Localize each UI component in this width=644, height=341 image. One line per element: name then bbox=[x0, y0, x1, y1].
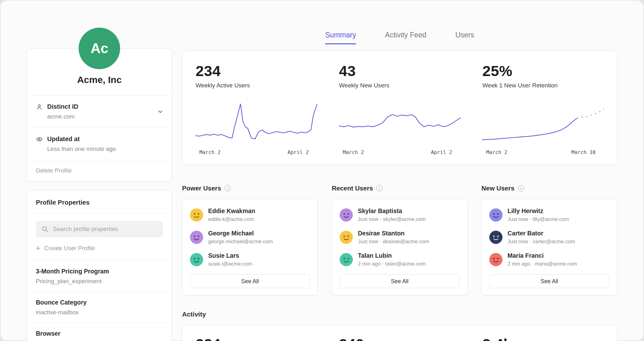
avatar bbox=[340, 208, 353, 222]
user-subtext: george.michael@acme.com bbox=[208, 239, 273, 245]
see-all-button[interactable]: See All bbox=[489, 274, 609, 288]
list-item[interactable]: Lilly Herwitz Just now · lilly@acme.com bbox=[489, 207, 609, 222]
eye-icon bbox=[36, 136, 43, 143]
distinct-id-value: acme.com bbox=[47, 113, 163, 120]
recent-users-header: Recent Users bbox=[332, 184, 468, 192]
stat-value: 234 bbox=[196, 62, 317, 80]
activity-stat-value: 234 bbox=[196, 335, 317, 341]
user-name: Lilly Herwitz bbox=[508, 207, 569, 215]
user-subtext: 2 min ago · maria@acme.com bbox=[508, 261, 577, 267]
delete-profile-button[interactable]: Delete Profile bbox=[27, 160, 172, 181]
property-row-bounce-category[interactable]: Bounce Category inactive-mailbox bbox=[27, 292, 172, 323]
person-icon bbox=[36, 103, 43, 110]
activity-stat-value: 240 bbox=[339, 335, 460, 341]
activity-stat-value: 3.4k bbox=[482, 335, 604, 341]
stat-value: 43 bbox=[339, 62, 460, 80]
property-value: Pricing_plan_experiment bbox=[36, 278, 163, 285]
user-subtext: 2 min ago · talan@acme.com bbox=[358, 261, 426, 267]
power-users-section: Power Users Eddie Kwakman eddie.k@acme.c… bbox=[182, 184, 318, 295]
distinct-id-label: Distinct ID bbox=[47, 103, 78, 110]
stat-label: Weekly New Users bbox=[339, 82, 460, 89]
stat-weekly-new-users: 43 Weekly New Users March 2 April 2 bbox=[339, 62, 460, 155]
list-item[interactable]: Talan Lubin 2 min ago · talan@acme.com bbox=[340, 252, 460, 267]
stat-label: Weekly Active Users bbox=[196, 82, 317, 89]
updated-at-row: Updated at Less than one minute ago bbox=[27, 128, 172, 160]
avatar bbox=[190, 208, 203, 222]
create-user-profile-label: Create User Profile bbox=[44, 245, 95, 252]
info-icon[interactable] bbox=[225, 185, 231, 191]
profile-sidebar: Ac Acme, Inc Distinct ID acme.com bbox=[27, 28, 172, 341]
new-users-section: New Users Lilly Herwitz Just now · lilly… bbox=[481, 184, 617, 295]
list-item[interactable]: Skylar Baptista Just now · skyler@acme.c… bbox=[340, 207, 460, 222]
user-name: George Michael bbox=[208, 230, 273, 237]
avatar bbox=[489, 231, 502, 244]
create-user-profile-button[interactable]: Create User Profile bbox=[36, 244, 163, 252]
stat-value: 25% bbox=[482, 62, 604, 80]
company-avatar-initials: Ac bbox=[91, 41, 108, 56]
avatar bbox=[190, 231, 203, 244]
main-content: Summary Activity Feed Users 234 Weekly A… bbox=[182, 31, 617, 341]
tab-summary[interactable]: Summary bbox=[325, 31, 356, 44]
property-label: 3-Month Pricing Program bbox=[36, 268, 163, 275]
app-frame: Ac Acme, Inc Distinct ID acme.com bbox=[0, 0, 644, 341]
list-item[interactable]: Desirae Stanton Just now · desirae@acme.… bbox=[340, 230, 460, 245]
weekly-new-users-chart bbox=[339, 102, 460, 146]
company-avatar: Ac bbox=[79, 28, 120, 69]
user-lists: Power Users Eddie Kwakman eddie.k@acme.c… bbox=[182, 184, 617, 295]
weekly-active-users-chart bbox=[196, 102, 317, 146]
profile-tabs: Summary Activity Feed Users bbox=[182, 31, 617, 44]
user-name: Talan Lubin bbox=[358, 252, 426, 259]
user-name: Desirae Stanton bbox=[358, 230, 429, 237]
user-subtext: Just now · desirae@acme.com bbox=[358, 239, 429, 245]
list-item[interactable]: Carter Bator Just now · carter@acme.com bbox=[489, 230, 609, 245]
stat-weekly-active-users: 234 Weekly Active Users March 2 April 2 bbox=[196, 62, 317, 155]
stat-retention: 25% Week 1 New User Retention March 2 Ma… bbox=[482, 62, 604, 155]
property-label: Browser bbox=[36, 330, 163, 337]
property-label: Bounce Category bbox=[36, 299, 163, 306]
list-item[interactable]: George Michael george.michael@acme.com bbox=[190, 230, 310, 245]
search-input[interactable] bbox=[36, 221, 163, 237]
tab-activity-feed[interactable]: Activity Feed bbox=[385, 31, 426, 44]
property-row-pricing-program[interactable]: 3-Month Pricing Program Pricing_plan_exp… bbox=[27, 261, 172, 292]
avatar bbox=[190, 253, 203, 266]
retention-chart bbox=[482, 102, 604, 146]
chevron-down-icon[interactable] bbox=[157, 108, 164, 115]
user-name: Susie Lars bbox=[208, 252, 252, 259]
list-item[interactable]: Susie Lars susie.l@acme.com bbox=[190, 252, 310, 267]
user-name: Carter Bator bbox=[508, 230, 575, 237]
x-axis-ticks: March 2 April 2 bbox=[196, 149, 317, 155]
recent-users-card: Skylar Baptista Just now · skyler@acme.c… bbox=[332, 199, 468, 295]
list-item[interactable]: Eddie Kwakman eddie.k@acme.com bbox=[190, 207, 310, 222]
x-axis-ticks: March 2 March 10 bbox=[482, 149, 604, 155]
profile-properties-search bbox=[36, 221, 163, 237]
user-subtext: Just now · carter@acme.com bbox=[508, 239, 575, 245]
user-subtext: susie.l@acme.com bbox=[208, 261, 252, 267]
power-users-card: Eddie Kwakman eddie.k@acme.com George Mi… bbox=[182, 199, 318, 295]
see-all-button[interactable]: See All bbox=[340, 274, 460, 288]
updated-at-label: Updated at bbox=[47, 135, 80, 143]
summary-stats-card: 234 Weekly Active Users March 2 April 2 … bbox=[182, 51, 617, 165]
profile-properties-title: Profile Properties bbox=[27, 190, 172, 213]
property-value: inactive-mailbox bbox=[36, 309, 163, 316]
info-icon[interactable] bbox=[518, 185, 524, 191]
list-item[interactable]: Maria Franci 2 min ago · maria@acme.com bbox=[489, 252, 609, 267]
avatar bbox=[489, 253, 502, 266]
updated-at-value: Less than one minute ago bbox=[47, 146, 163, 152]
distinct-id-row[interactable]: Distinct ID acme.com bbox=[27, 95, 172, 128]
plus-icon bbox=[36, 244, 41, 252]
avatar bbox=[340, 253, 353, 266]
new-users-header: New Users bbox=[481, 184, 617, 192]
activity-stats-card: 234 240 3.4k bbox=[182, 325, 617, 341]
info-icon[interactable] bbox=[376, 185, 383, 191]
search-icon bbox=[41, 225, 49, 234]
user-name: Skylar Baptista bbox=[358, 207, 426, 215]
tab-users[interactable]: Users bbox=[455, 31, 474, 44]
stat-label: Week 1 New User Retention bbox=[482, 82, 604, 89]
activity-section-title: Activity bbox=[182, 311, 617, 318]
user-subtext: Just now · lilly@acme.com bbox=[508, 216, 569, 222]
see-all-button[interactable]: See All bbox=[190, 274, 310, 288]
user-subtext: Just now · skyler@acme.com bbox=[358, 216, 426, 222]
new-users-card: Lilly Herwitz Just now · lilly@acme.com … bbox=[481, 199, 617, 295]
property-row-browser[interactable]: Browser Chrome bbox=[27, 323, 172, 341]
x-axis-ticks: March 2 April 2 bbox=[339, 149, 460, 155]
